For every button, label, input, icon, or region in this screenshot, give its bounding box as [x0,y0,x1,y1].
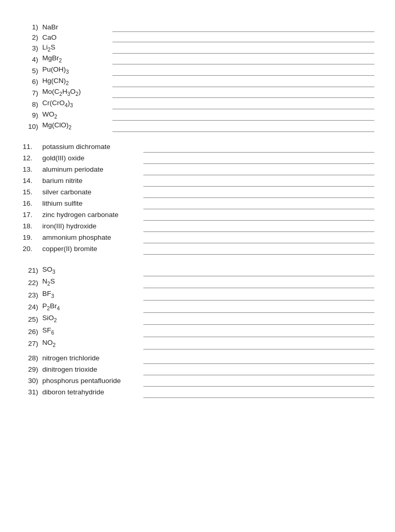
row-number: 16. [21,197,40,209]
row-number: 3) [21,42,40,54]
table-row: 1) NaBr [21,22,374,32]
chemical-formula: WO2 [40,109,112,121]
compound-name: aluminum periodate [40,163,143,175]
chemical-formula: CaO [40,32,112,42]
row-number: 8) [21,98,40,109]
table-row: 2) CaO [21,32,374,42]
row-number: 1) [21,22,40,32]
compound-name: potassium dichromate [40,141,143,153]
row-number: 5) [21,64,40,76]
table-row: 19. ammonium phosphate [21,231,374,243]
answer-line[interactable] [143,363,374,375]
answer-line[interactable] [143,141,374,153]
compound-formula-table: 11. potassium dichromate 12. gold(III) o… [21,141,374,255]
compound-name: silver carbonate [40,186,143,197]
table-row: 5) Pu(OH)3 [21,64,374,76]
compound-name: phosphorus pentafluoride [40,375,143,386]
answer-line[interactable] [112,22,374,32]
table-row: 16. lithium sulfite [21,197,374,209]
molecular-table: 21) SO3 22) N2S 23) BF3 24) P2Br4 25) Si… [21,264,374,398]
row-number: 4) [21,53,40,64]
compound-name: iron(III) hydroxide [40,220,143,231]
chemical-formula: NaBr [40,22,112,32]
row-number: 10) [21,120,40,131]
answer-line[interactable] [143,325,374,337]
answer-line[interactable] [112,32,374,42]
table-row: 3) Li2S [21,42,374,54]
compound-name: nitrogen trichloride [40,353,143,364]
table-row: 25) SiO2 [21,312,374,325]
chemical-formula: MgBr2 [40,53,112,64]
table-row: 17. zinc hydrogen carbonate [21,209,374,220]
answer-line[interactable] [143,186,374,197]
compound-name: zinc hydrogen carbonate [40,209,143,220]
compound-name: dinitrogen trioxide [40,363,143,375]
row-number: 19. [21,231,40,243]
answer-line[interactable] [143,288,374,301]
answer-line[interactable] [143,231,374,243]
table-row: 18. iron(III) hydroxide [21,220,374,231]
table-row: 20. copper(II) bromite [21,243,374,254]
answer-line[interactable] [112,98,374,109]
row-number: 25) [21,312,40,325]
row-number: 24) [21,301,40,313]
answer-line[interactable] [143,386,374,397]
table-row: 7) Mo(C2H3O2) [21,87,374,98]
row-number: 28) [21,353,40,364]
answer-line[interactable] [143,264,374,276]
chemical-formula: P2Br4 [40,301,143,313]
row-number: 18. [21,220,40,231]
answer-line[interactable] [143,163,374,175]
row-number: 6) [21,76,40,87]
answer-line[interactable] [112,53,374,64]
row-number: 15. [21,186,40,197]
table-row: 29) dinitrogen trioxide [21,363,374,375]
answer-line[interactable] [112,76,374,87]
compound-name: diboron tetrahydride [40,386,143,397]
answer-line[interactable] [143,209,374,220]
answer-line[interactable] [143,276,374,288]
answer-line[interactable] [143,301,374,313]
table-row: 9) WO2 [21,109,374,121]
row-number: 17. [21,209,40,220]
answer-line[interactable] [143,197,374,209]
table-row: 27) NO2 [21,337,374,350]
answer-line[interactable] [112,120,374,131]
answer-line[interactable] [143,312,374,325]
table-row: 12. gold(III) oxide [21,152,374,163]
answer-line[interactable] [143,375,374,386]
chemical-formula: Pu(OH)3 [40,64,112,76]
row-number: 31) [21,386,40,397]
row-number: 7) [21,87,40,98]
ionic-naming-table: 1) NaBr 2) CaO 3) Li2S 4) MgBr2 5) Pu(OH… [21,22,374,132]
answer-line[interactable] [143,152,374,163]
answer-line[interactable] [112,42,374,54]
answer-line[interactable] [143,243,374,254]
row-number: 21) [21,264,40,276]
compound-name: barium nitrite [40,175,143,186]
table-row: 26) SF6 [21,325,374,337]
chemical-formula: N2S [40,276,143,288]
answer-line[interactable] [143,353,374,364]
row-number: 2) [21,32,40,42]
answer-line[interactable] [143,175,374,186]
chemical-formula: NO2 [40,337,143,350]
answer-line[interactable] [112,109,374,121]
row-number: 22) [21,276,40,288]
table-row: 24) P2Br4 [21,301,374,313]
table-row: 28) nitrogen trichloride [21,353,374,364]
compound-name: copper(II) bromite [40,243,143,254]
chemical-formula: SF6 [40,325,143,337]
row-number: 27) [21,337,40,350]
row-number: 13. [21,163,40,175]
answer-line[interactable] [143,337,374,350]
row-number: 12. [21,152,40,163]
answer-line[interactable] [112,64,374,76]
chemical-formula: BF3 [40,288,143,301]
answer-line[interactable] [143,220,374,231]
table-row: 30) phosphorus pentafluoride [21,375,374,386]
table-row: 10) Mg(ClO)2 [21,120,374,131]
table-row: 23) BF3 [21,288,374,301]
answer-line[interactable] [112,87,374,98]
table-row: 6) Hg(CN)2 [21,76,374,87]
